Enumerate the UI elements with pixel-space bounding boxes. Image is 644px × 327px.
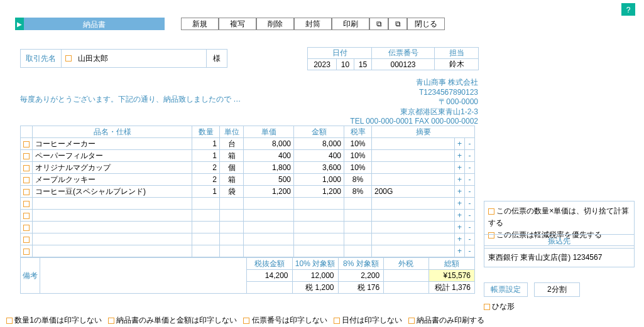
row-checkbox[interactable] [23, 201, 30, 207]
icon-button-2[interactable]: ⧉ [388, 18, 407, 30]
row-note[interactable] [372, 198, 455, 210]
row-price[interactable]: 1,200 [244, 186, 294, 198]
table-row[interactable]: コーヒー豆(スペシャルブレンド)1袋1,2001,2008%200G+- [21, 186, 475, 198]
row-note[interactable]: 200G [372, 186, 455, 198]
form-setting-value[interactable]: 2分割 [534, 282, 580, 297]
row-name[interactable]: メープルクッキー [33, 174, 192, 186]
row-tax[interactable]: 8% [344, 186, 372, 198]
row-note[interactable] [372, 210, 455, 222]
remark-field[interactable] [40, 258, 246, 294]
row-name[interactable]: オリジナルマグカップ [33, 162, 192, 174]
row-remove-button[interactable]: - [465, 198, 475, 210]
row-qty[interactable]: 1 [192, 150, 220, 162]
row-price[interactable] [244, 198, 294, 210]
row-unit[interactable] [220, 222, 244, 233]
row-remove-button[interactable]: - [465, 138, 475, 150]
date-year[interactable]: 2023 [308, 59, 337, 70]
table-row[interactable]: オリジナルマグカップ2個1,8003,60010%+- [21, 162, 475, 174]
row-tax[interactable] [344, 245, 372, 257]
row-qty[interactable]: 1 [192, 186, 220, 198]
row-tax[interactable]: 8% [344, 174, 372, 186]
row-unit[interactable] [220, 233, 244, 245]
row-unit[interactable]: 箱 [220, 174, 244, 186]
row-note[interactable] [372, 138, 455, 150]
table-row[interactable]: メープルクッキー2箱5001,0008%+- [21, 174, 475, 186]
row-name[interactable] [33, 233, 192, 245]
row-remove-button[interactable]: - [465, 222, 475, 233]
row-remove-button[interactable]: - [465, 162, 475, 174]
staff-name[interactable]: 鈴木 [435, 59, 479, 70]
table-row[interactable]: +- [21, 222, 475, 233]
bc4[interactable] [334, 318, 340, 324]
row-price[interactable]: 400 [244, 150, 294, 162]
row-remove-button[interactable]: - [465, 233, 475, 245]
row-checkbox[interactable] [23, 165, 30, 171]
row-remove-button[interactable]: - [465, 150, 475, 162]
close-button[interactable]: 閉じる [407, 18, 445, 30]
date-day[interactable]: 15 [354, 59, 372, 70]
row-qty[interactable] [192, 233, 220, 245]
table-row[interactable]: ペーパーフィルター1箱40040010%+- [21, 150, 475, 162]
table-row[interactable]: コーヒーメーカー1台8,0008,00010%+- [21, 138, 475, 150]
row-add-button[interactable]: + [454, 233, 464, 245]
row-unit[interactable] [220, 210, 244, 222]
row-add-button[interactable]: + [454, 222, 464, 233]
print-button[interactable]: 印刷 [332, 18, 369, 30]
row-remove-button[interactable]: - [465, 186, 475, 198]
row-tax[interactable]: 10% [344, 150, 372, 162]
row-qty[interactable]: 2 [192, 162, 220, 174]
row-tax[interactable]: 10% [344, 162, 372, 174]
row-note[interactable] [372, 245, 455, 257]
row-qty[interactable] [192, 210, 220, 222]
table-row[interactable]: +- [21, 233, 475, 245]
bc5[interactable] [408, 318, 415, 324]
bc2[interactable] [108, 318, 114, 324]
row-tax[interactable] [344, 210, 372, 222]
row-checkbox[interactable] [23, 225, 30, 231]
row-price[interactable]: 500 [244, 174, 294, 186]
row-tax[interactable] [344, 222, 372, 233]
form-setting-label[interactable]: 帳票設定 [484, 282, 528, 297]
icon-button-1[interactable]: ⧉ [369, 18, 388, 30]
row-checkbox[interactable] [23, 177, 30, 183]
row-checkbox[interactable] [23, 141, 30, 147]
row-unit[interactable]: 個 [220, 162, 244, 174]
table-row[interactable]: +- [21, 210, 475, 222]
date-month[interactable]: 10 [337, 59, 354, 70]
opt1-checkbox[interactable] [488, 208, 494, 215]
row-note[interactable] [372, 174, 455, 186]
row-note[interactable] [372, 162, 455, 174]
table-row[interactable]: +- [21, 198, 475, 210]
row-note[interactable] [372, 233, 455, 245]
row-tax[interactable] [344, 233, 372, 245]
row-checkbox[interactable] [23, 237, 30, 243]
table-row[interactable]: +- [21, 245, 475, 257]
row-tax[interactable] [344, 198, 372, 210]
row-unit[interactable]: 箱 [220, 150, 244, 162]
new-button[interactable]: 新規 [181, 18, 219, 30]
partner-name[interactable]: 山田太郎 [75, 53, 206, 64]
row-name[interactable]: コーヒー豆(スペシャルブレンド) [33, 186, 192, 198]
row-name[interactable]: コーヒーメーカー [33, 138, 192, 150]
row-add-button[interactable]: + [454, 138, 464, 150]
row-note[interactable] [372, 150, 455, 162]
row-price[interactable]: 8,000 [244, 138, 294, 150]
help-button[interactable]: ? [621, 3, 635, 16]
row-name[interactable]: ペーパーフィルター [33, 150, 192, 162]
bank-value[interactable]: 東西銀行 東青山支店(普) 1234567 [484, 249, 634, 267]
row-add-button[interactable]: + [454, 174, 464, 186]
row-name[interactable] [33, 245, 192, 257]
row-tax[interactable]: 10% [344, 138, 372, 150]
row-add-button[interactable]: + [454, 210, 464, 222]
row-price[interactable]: 1,800 [244, 162, 294, 174]
row-qty[interactable] [192, 198, 220, 210]
row-unit[interactable]: 袋 [220, 186, 244, 198]
delete-button[interactable]: 削除 [256, 18, 294, 30]
row-qty[interactable] [192, 222, 220, 233]
row-qty[interactable]: 1 [192, 138, 220, 150]
row-add-button[interactable]: + [454, 150, 464, 162]
row-remove-button[interactable]: - [465, 245, 475, 257]
row-checkbox[interactable] [23, 249, 30, 255]
row-remove-button[interactable]: - [465, 210, 475, 222]
row-unit[interactable]: 台 [220, 138, 244, 150]
